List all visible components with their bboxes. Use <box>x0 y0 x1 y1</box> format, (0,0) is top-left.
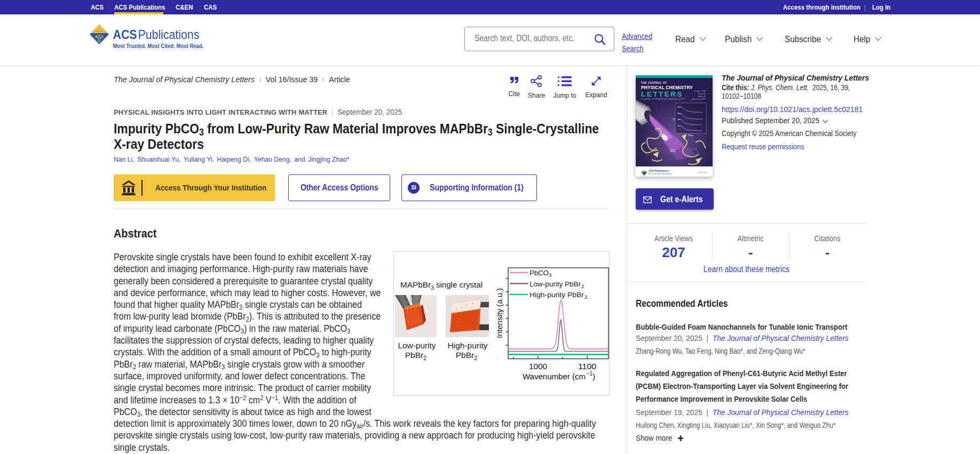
svg-text:THE JOURNAL OF: THE JOURNAL OF <box>641 82 667 84</box>
svg-text:Most Trusted. Most Cited. Most: Most Trusted. Most Cited. Most Read. <box>113 43 204 49</box>
svg-text:S: S <box>98 39 101 43</box>
svg-text:3: 3 <box>431 284 434 291</box>
svg-text:Intensity (a.u.): Intensity (a.u.) <box>495 288 504 338</box>
svg-text:ACS Publications: ACS Publications <box>649 170 669 172</box>
svg-text:ACS: ACS <box>113 27 137 42</box>
svg-text:MAPbBr: MAPbBr <box>400 280 431 289</box>
svg-text:Volume 16: Volume 16 <box>698 93 706 95</box>
svg-text:G(t): G(t) <box>673 118 675 121</box>
svg-text:): ) <box>592 372 595 381</box>
svg-text:PHYSICAL CHEMISTRY: PHYSICAL CHEMISTRY <box>641 85 693 90</box>
svg-text:2: 2 <box>474 355 477 361</box>
svg-text:2: 2 <box>581 283 584 289</box>
svg-text:PbBr: PbBr <box>456 351 474 360</box>
svg-text:High-purity PbBr: High-purity PbBr <box>529 291 584 299</box>
svg-text:Low-purity: Low-purity <box>398 341 436 350</box>
svg-text:PbBr: PbBr <box>405 351 423 360</box>
svg-text:October 2, 2025: October 2, 2025 <box>694 90 706 92</box>
svg-text:C: C <box>101 35 104 38</box>
svg-text:1100: 1100 <box>578 362 596 371</box>
svg-text:1000: 1000 <box>529 362 547 371</box>
svg-text:−1: −1 <box>586 370 592 377</box>
svg-text:High-purity: High-purity <box>448 341 488 350</box>
svg-text:Most Trusted. Most Cited. Most: Most Trusted. Most Cited. Most Read. <box>649 173 672 175</box>
svg-text:www.acs.org: www.acs.org <box>698 171 707 173</box>
svg-text:single crystal: single crystal <box>436 280 483 289</box>
svg-text:Publications: Publications <box>138 27 199 42</box>
svg-text:Wavenumber (cm: Wavenumber (cm <box>523 372 586 381</box>
svg-text:LETTERS: LETTERS <box>641 90 683 98</box>
svg-text:PbCO: PbCO <box>529 269 549 277</box>
svg-text:A: A <box>95 35 98 38</box>
svg-text:2: 2 <box>584 294 587 300</box>
svg-text:3: 3 <box>549 272 551 278</box>
svg-text:Number 39: Number 39 <box>698 95 706 98</box>
svg-text:2: 2 <box>423 355 426 361</box>
svg-text:Low-purity PbBr: Low-purity PbBr <box>529 280 581 288</box>
svg-text:A JOURNAL OF THE AMERICAN CHEM: A JOURNAL OF THE AMERICAN CHEMICAL SOCIE… <box>641 98 685 100</box>
svg-text:pubs.acs.org/JPCL: pubs.acs.org/JPCL <box>692 98 706 100</box>
svg-text:Time: Time <box>688 134 693 137</box>
